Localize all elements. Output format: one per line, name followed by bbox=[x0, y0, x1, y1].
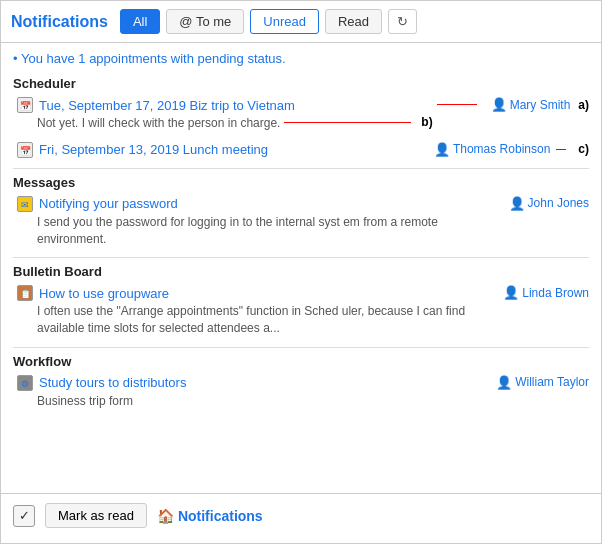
bulletin-item-1-desc: I often use the "Arrange appointments" f… bbox=[17, 303, 495, 337]
section-workflow: Workflow bbox=[13, 354, 589, 369]
messages-item-1: ✉ Notifying your password I send you the… bbox=[13, 196, 589, 248]
sender-mary: 👤 Mary Smith bbox=[491, 97, 571, 112]
scheduler-item-1-title[interactable]: 📅 Tue, September 17, 2019 Biz trip to Vi… bbox=[17, 97, 433, 113]
bulletin-item-1-title[interactable]: 📋 How to use groupware bbox=[17, 285, 495, 301]
sender-linda: 👤 Linda Brown bbox=[503, 285, 589, 300]
workflow-item-1-desc: Business trip form bbox=[17, 393, 488, 410]
pending-notice: You have 1 appointments with pending sta… bbox=[13, 51, 589, 66]
section-messages: Messages bbox=[13, 175, 589, 190]
workflow-icon-1: ⚙ bbox=[17, 375, 33, 391]
user-icon-william: 👤 bbox=[496, 375, 512, 390]
annotation-a: a) bbox=[578, 98, 589, 112]
tab-unread[interactable]: Unread bbox=[250, 9, 319, 34]
tab-read[interactable]: Read bbox=[325, 9, 382, 34]
workflow-item-1: ⚙ Study tours to distributors Business t… bbox=[13, 375, 589, 410]
message-icon-1: ✉ bbox=[17, 196, 33, 212]
sender-william: 👤 William Taylor bbox=[496, 375, 589, 390]
footer: ✓ Mark as read 🏠 Notifications bbox=[1, 493, 601, 537]
bulletin-item-1: 📋 How to use groupware I often use the "… bbox=[13, 285, 589, 337]
messages-item-1-title[interactable]: ✉ Notifying your password bbox=[17, 196, 501, 212]
tab-to-me[interactable]: @ To me bbox=[166, 9, 244, 34]
calendar-icon-2: 📅 bbox=[17, 142, 33, 158]
scheduler-item-1: 📅 Tue, September 17, 2019 Biz trip to Vi… bbox=[13, 97, 589, 132]
calendar-icon-1: 📅 bbox=[17, 97, 33, 113]
app-title: Notifications bbox=[11, 13, 108, 31]
checkbox-button[interactable]: ✓ bbox=[13, 505, 35, 527]
content-area: You have 1 appointments with pending sta… bbox=[1, 43, 601, 493]
notif-footer-icon: 🏠 bbox=[157, 508, 174, 524]
annotation-c: c) bbox=[578, 142, 589, 156]
scheduler-item-2: 📅 Fri, September 13, 2019 Lunch meeting … bbox=[13, 142, 589, 158]
section-scheduler: Scheduler bbox=[13, 76, 589, 91]
tab-all[interactable]: All bbox=[120, 9, 160, 34]
scheduler-item-2-title[interactable]: 📅 Fri, September 13, 2019 Lunch meeting bbox=[17, 142, 426, 158]
workflow-item-1-title[interactable]: ⚙ Study tours to distributors bbox=[17, 375, 488, 391]
header: Notifications All @ To me Unread Read ↻ bbox=[1, 1, 601, 43]
messages-item-1-desc: I send you the password for logging in t… bbox=[17, 214, 501, 248]
section-bulletin: Bulletin Board bbox=[13, 264, 589, 279]
sender-thomas: 👤 Thomas Robinson bbox=[434, 142, 550, 157]
sender-john: 👤 John Jones bbox=[509, 196, 589, 211]
board-icon-1: 📋 bbox=[17, 285, 33, 301]
scheduler-item-1-desc: Not yet. I will check with the person in… bbox=[17, 115, 280, 132]
footer-notifications-link[interactable]: 🏠 Notifications bbox=[157, 508, 263, 524]
app-container: Notifications All @ To me Unread Read ↻ … bbox=[1, 1, 601, 537]
user-icon-mary: 👤 bbox=[491, 97, 507, 112]
annotation-b: b) bbox=[421, 115, 432, 129]
refresh-button[interactable]: ↻ bbox=[388, 9, 417, 34]
user-icon-thomas: 👤 bbox=[434, 142, 450, 157]
user-icon-linda: 👤 bbox=[503, 285, 519, 300]
mark-as-read-button[interactable]: Mark as read bbox=[45, 503, 147, 528]
user-icon-john: 👤 bbox=[509, 196, 525, 211]
